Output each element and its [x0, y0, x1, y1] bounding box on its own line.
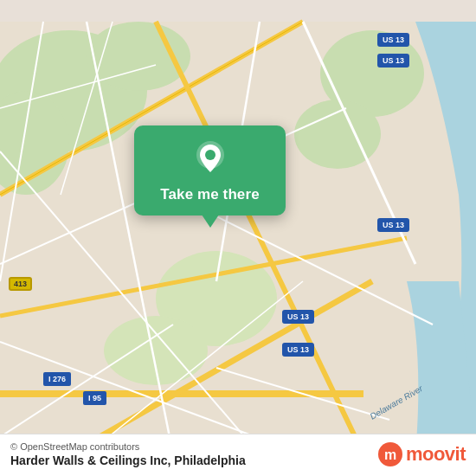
popup-card[interactable]: Take me there: [134, 125, 286, 215]
road-sign-us13-3: US 13: [377, 218, 409, 232]
moovit-logo: m moovit: [378, 442, 466, 466]
road-sign-us13-2: US 13: [377, 54, 409, 68]
road-sign-i95: I 95: [83, 391, 106, 405]
road-sign-us13-4: US 13: [282, 310, 314, 324]
place-name: Harder Walls & Ceilings Inc: [10, 453, 168, 467]
bottom-bar: © OpenStreetMap contributors Harder Wall…: [0, 434, 476, 476]
road-sign-us13-1: US 13: [377, 33, 409, 47]
moovit-icon: m: [378, 442, 402, 466]
location-pin-icon: [191, 139, 229, 177]
road-sign-us13-5: US 13: [282, 343, 314, 357]
map-background: Delaware River Florence: [0, 0, 476, 476]
osm-credit: © OpenStreetMap contributors: [10, 441, 246, 452]
place-city: Philadelphia: [174, 453, 245, 467]
road-sign-413: 413: [9, 277, 32, 291]
svg-text:m: m: [384, 447, 396, 462]
bottom-left: © OpenStreetMap contributors Harder Wall…: [10, 441, 246, 467]
place-title: Harder Walls & Ceilings Inc, Philadelphi…: [10, 453, 246, 467]
map-container: Delaware River Florence US 13 US 13 US 1…: [0, 0, 476, 476]
moovit-text: moovit: [406, 443, 466, 466]
svg-point-30: [205, 150, 215, 160]
popup-label: Take me there: [160, 186, 259, 203]
road-sign-i276: I 276: [43, 372, 71, 386]
